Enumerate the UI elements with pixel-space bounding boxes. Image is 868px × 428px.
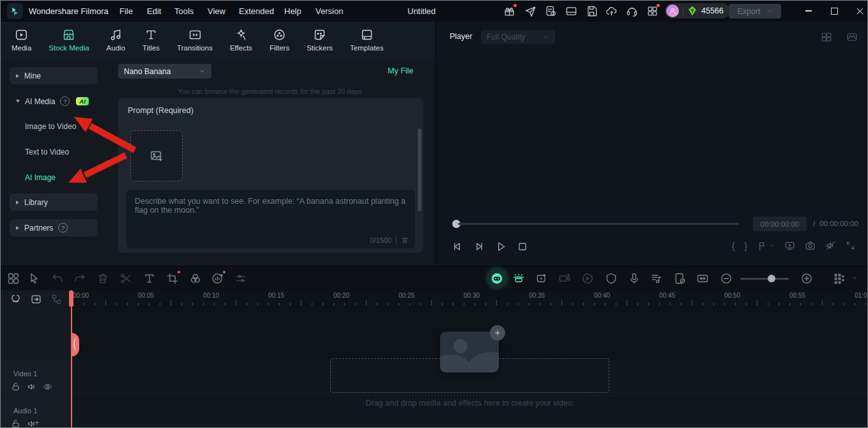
volume-icon[interactable] bbox=[27, 382, 36, 392]
stop-icon[interactable] bbox=[516, 240, 529, 253]
timeline-ruler[interactable]: 00:0000:0500:1000:1500:2000:2500:3000:35… bbox=[71, 290, 868, 308]
support-icon[interactable] bbox=[626, 5, 638, 17]
prompt-input[interactable] bbox=[126, 190, 415, 231]
tab-stickers[interactable]: Stickers bbox=[307, 28, 333, 52]
adjust-icon[interactable] bbox=[234, 272, 247, 285]
previous-frame-icon[interactable] bbox=[451, 240, 464, 253]
media-grid-icon[interactable] bbox=[7, 272, 20, 285]
playhead[interactable] bbox=[71, 290, 72, 428]
mark-out-icon[interactable]: } bbox=[744, 241, 747, 251]
audio-stock-icon[interactable] bbox=[650, 272, 663, 285]
help-icon[interactable]: ? bbox=[60, 96, 70, 106]
save-icon[interactable] bbox=[586, 5, 598, 17]
zoom-out-icon[interactable] bbox=[720, 272, 733, 285]
close-button[interactable] bbox=[854, 5, 865, 17]
undo-icon[interactable] bbox=[51, 272, 64, 285]
tab-audio[interactable]: Audio bbox=[107, 28, 125, 52]
display-icon[interactable] bbox=[784, 240, 795, 251]
menu-view[interactable]: View bbox=[208, 6, 225, 16]
delete-icon[interactable] bbox=[96, 272, 109, 285]
split-icon[interactable] bbox=[119, 272, 132, 285]
sidebar-item-mine[interactable]: Mine bbox=[10, 67, 98, 84]
clear-prompt-icon[interactable] bbox=[401, 236, 409, 244]
redo-icon[interactable] bbox=[73, 272, 86, 285]
sidebar-item-ai-image[interactable]: AI Image bbox=[25, 173, 56, 182]
scopes-icon[interactable] bbox=[846, 31, 858, 43]
chevron-down-icon[interactable] bbox=[851, 275, 858, 281]
add-media-icon[interactable] bbox=[490, 325, 505, 340]
quality-selector[interactable]: Full Quality bbox=[481, 30, 555, 44]
sidebar-item-partners[interactable]: Partners ? bbox=[10, 219, 98, 236]
fullscreen-icon[interactable] bbox=[846, 241, 855, 250]
ripple-icon[interactable] bbox=[10, 293, 22, 305]
sidebar-item-ai-media[interactable]: AI Media ? AI bbox=[10, 93, 98, 110]
avatar[interactable] bbox=[666, 4, 679, 17]
my-file-link[interactable]: My File bbox=[388, 66, 413, 75]
menu-edit[interactable]: Edit bbox=[147, 6, 161, 16]
tab-templates[interactable]: Templates bbox=[350, 28, 383, 52]
apps-icon[interactable] bbox=[646, 5, 659, 17]
track-view-icon[interactable] bbox=[833, 272, 846, 285]
shield-icon[interactable] bbox=[605, 272, 618, 285]
ai-copilot-icon[interactable] bbox=[490, 271, 503, 284]
tab-effects[interactable]: Effects bbox=[230, 28, 252, 52]
account-pill[interactable]: 45566 bbox=[665, 3, 730, 19]
lock-icon[interactable] bbox=[11, 419, 20, 428]
select-icon[interactable] bbox=[28, 272, 41, 285]
screen-record-icon[interactable] bbox=[673, 272, 686, 285]
timeline-zoom-handle[interactable] bbox=[768, 275, 775, 282]
tab-media[interactable]: Media bbox=[11, 28, 31, 52]
text-to-video-icon[interactable] bbox=[535, 272, 548, 285]
mute-icon[interactable] bbox=[825, 240, 836, 251]
help-icon[interactable]: ? bbox=[58, 223, 68, 233]
layout-icon[interactable] bbox=[565, 5, 577, 17]
export-button[interactable]: Export bbox=[729, 4, 781, 19]
text-icon[interactable] bbox=[143, 272, 156, 285]
tab-titles[interactable]: Titles bbox=[142, 28, 160, 52]
ai-scene-icon[interactable] bbox=[512, 272, 525, 285]
crop-icon[interactable] bbox=[166, 272, 179, 285]
panel-scrollbar[interactable] bbox=[418, 128, 422, 211]
insert-icon[interactable] bbox=[30, 293, 42, 305]
mic-icon[interactable] bbox=[628, 272, 641, 285]
tab-transitions[interactable]: Transitions bbox=[177, 28, 213, 52]
gift-icon[interactable] bbox=[503, 5, 515, 17]
script-icon[interactable] bbox=[545, 5, 557, 17]
visibility-icon[interactable] bbox=[43, 382, 52, 392]
fit-icon[interactable] bbox=[696, 272, 709, 285]
add-track-button[interactable]: + bbox=[34, 418, 40, 427]
sidebar-item-text-to-video[interactable]: Text to Video bbox=[25, 148, 69, 157]
menu-file[interactable]: File bbox=[119, 6, 133, 16]
menu-version[interactable]: Version bbox=[316, 6, 343, 16]
snapshot-icon[interactable] bbox=[805, 240, 816, 251]
tab-filters[interactable]: Filters bbox=[270, 28, 289, 52]
maximize-button[interactable] bbox=[828, 5, 840, 17]
tab-stock-media[interactable]: Stock Media bbox=[49, 28, 89, 52]
menu-tools[interactable]: Tools bbox=[174, 6, 194, 16]
color-icon[interactable] bbox=[189, 272, 202, 285]
cloud-sync-icon[interactable] bbox=[605, 5, 618, 17]
playhead-handle[interactable] bbox=[72, 333, 79, 356]
sidebar-item-image-to-video[interactable]: Image to Video bbox=[25, 122, 77, 131]
sidebar-item-library[interactable]: Library bbox=[10, 194, 98, 211]
menu-extended[interactable]: Extended bbox=[239, 6, 274, 16]
audio-ai-icon[interactable] bbox=[211, 272, 224, 285]
seek-bar[interactable] bbox=[458, 223, 739, 225]
reference-image-upload[interactable] bbox=[130, 130, 183, 181]
model-selector[interactable]: Nano Banana bbox=[118, 64, 211, 79]
zoom-in-icon[interactable] bbox=[800, 272, 813, 285]
playhead-top-tab[interactable] bbox=[69, 291, 73, 307]
minimize-button[interactable] bbox=[803, 5, 814, 17]
mark-in-icon[interactable]: { bbox=[732, 241, 735, 251]
route-icon[interactable] bbox=[50, 293, 63, 305]
multiview-icon[interactable] bbox=[821, 31, 832, 43]
render-icon[interactable] bbox=[581, 272, 594, 285]
send-icon[interactable] bbox=[524, 5, 537, 17]
marker-button[interactable] bbox=[757, 241, 775, 251]
video-plus-icon[interactable] bbox=[558, 272, 571, 285]
timeline-zoom-slider[interactable] bbox=[740, 278, 789, 280]
next-frame-icon[interactable] bbox=[473, 240, 485, 253]
play-icon[interactable] bbox=[494, 240, 507, 253]
lock-icon[interactable] bbox=[11, 382, 20, 392]
menu-help[interactable]: Help bbox=[284, 6, 301, 16]
